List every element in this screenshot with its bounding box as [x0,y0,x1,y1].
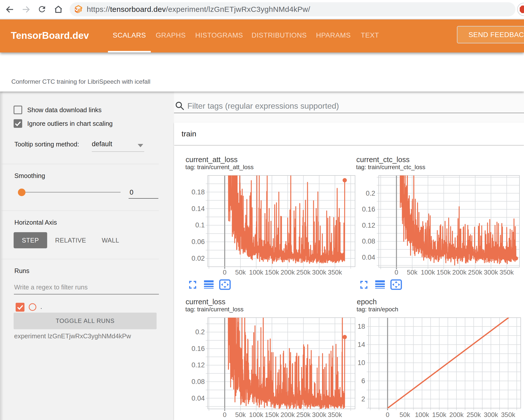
svg-text:0.06: 0.06 [191,238,205,246]
svg-text:350k: 350k [328,411,342,418]
svg-text:0.16: 0.16 [362,205,375,213]
svg-text:150k: 150k [432,411,447,418]
svg-text:250k: 250k [296,268,311,276]
svg-text:350k: 350k [500,268,514,276]
svg-text:300k: 300k [484,268,498,276]
svg-text:0.14: 0.14 [191,205,205,213]
svg-text:350k: 350k [501,411,515,418]
svg-text:0.08: 0.08 [362,237,375,245]
svg-text:100k: 100k [249,411,264,418]
svg-text:0.16: 0.16 [191,345,205,352]
svg-text:0.04: 0.04 [362,254,375,261]
svg-text:10: 10 [358,359,365,367]
svg-text:150k: 150k [436,268,451,276]
svg-text:0: 0 [395,268,398,276]
svg-text:50k: 50k [235,268,246,276]
svg-text:150k: 150k [265,411,279,418]
svg-text:0.1: 0.1 [195,221,205,229]
svg-text:0: 0 [386,411,389,418]
svg-text:300k: 300k [312,268,327,276]
svg-text:250k: 250k [467,411,481,418]
svg-text:300k: 300k [484,411,498,418]
svg-text:0.18: 0.18 [191,188,205,196]
svg-text:250k: 250k [296,411,311,418]
svg-text:0.08: 0.08 [191,378,205,385]
svg-text:0.12: 0.12 [191,361,205,369]
svg-text:18: 18 [358,323,365,330]
svg-text:100k: 100k [415,411,429,418]
svg-text:0.12: 0.12 [362,222,375,229]
svg-text:0.02: 0.02 [191,255,205,262]
svg-text:0.04: 0.04 [191,395,205,402]
svg-text:0: 0 [223,268,226,276]
svg-text:0.2: 0.2 [366,190,375,197]
svg-text:14: 14 [358,341,365,348]
svg-text:200k: 200k [281,268,295,276]
svg-text:2: 2 [361,395,365,403]
svg-text:200k: 200k [281,411,295,418]
svg-text:50k: 50k [407,268,418,276]
svg-text:100k: 100k [421,268,435,276]
svg-text:150k: 150k [265,268,279,276]
svg-text:350k: 350k [328,268,342,276]
svg-text:50k: 50k [235,411,246,418]
svg-text:50k: 50k [399,411,410,418]
svg-text:0.2: 0.2 [195,328,205,336]
svg-text:250k: 250k [468,268,482,276]
svg-text:200k: 200k [452,268,467,276]
svg-text:200k: 200k [449,411,464,418]
svg-text:0: 0 [223,411,226,418]
svg-text:6: 6 [361,377,365,385]
svg-text:100k: 100k [249,268,264,276]
svg-text:300k: 300k [312,411,327,418]
